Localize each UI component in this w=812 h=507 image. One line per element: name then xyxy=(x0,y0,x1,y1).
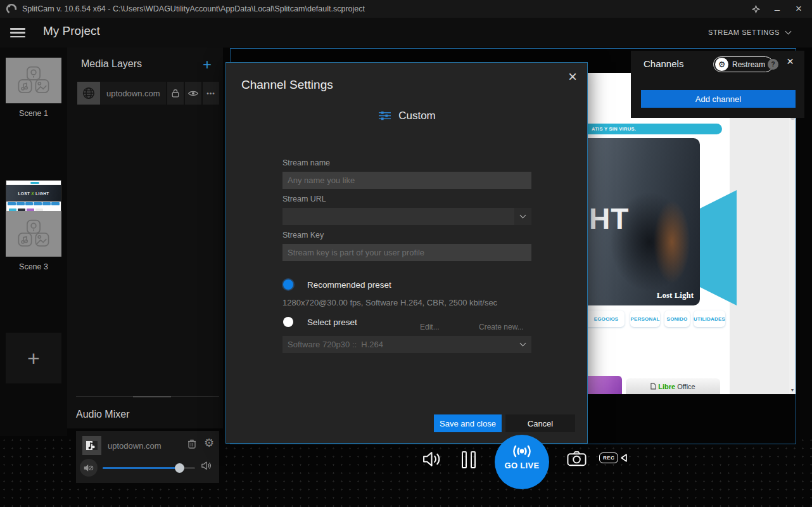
select-preset-radio[interactable] xyxy=(283,317,293,327)
stream-url-input[interactable] xyxy=(282,208,514,225)
game-caption: Lost Light xyxy=(657,290,694,300)
media-layers-title: Media Layers xyxy=(81,58,142,70)
scene-1-label: Scene 1 xyxy=(0,109,67,118)
close-channels-icon[interactable]: × xyxy=(787,55,794,68)
audio-mixer-title: Audio Mixer xyxy=(76,409,129,420)
category-pills-row: EGOCIOS PERSONAL SONIDO UTILIDADES xyxy=(588,311,730,328)
webpage-preview-layer: ATIS Y SIN VIRUS. HT Lost Light EGOCIOS … xyxy=(588,73,789,394)
app-header: My Project STREAM SETTINGS xyxy=(0,18,812,48)
app-card-purple xyxy=(588,376,622,394)
cancel-button[interactable]: Cancel xyxy=(505,414,575,432)
recommended-preset-detail: 1280x720@30.00 fps, Software H.264, CBR,… xyxy=(282,298,497,307)
mute-button[interactable] xyxy=(80,459,98,477)
document-icon xyxy=(650,383,656,390)
media-layer-row[interactable]: uptodown.com ••• xyxy=(77,82,219,105)
add-layer-button[interactable]: + xyxy=(203,56,212,74)
layer-visibility-eye-icon[interactable] xyxy=(185,82,201,105)
service-name: Custom xyxy=(398,110,436,122)
panel-divider xyxy=(76,396,219,397)
select-preset-label[interactable]: Select preset xyxy=(307,318,357,327)
stream-name-input[interactable] xyxy=(282,172,531,189)
splitcam-app: SplitCam v. 10.6.54 x64 - C:\Users\WDAGU… xyxy=(0,0,812,507)
media-layers-panel: Media Layers + uptodown.com ••• xyxy=(67,48,223,428)
close-window-icon[interactable]: × xyxy=(789,0,808,18)
create-new-preset-link[interactable]: Create new... xyxy=(479,323,524,331)
record-camera-icon xyxy=(620,454,627,462)
preset-dropdown[interactable]: Software 720p30 :: H.264 xyxy=(282,336,531,353)
category-pill: UTILIDADES xyxy=(694,311,725,327)
scene-3-label: Scene 3 xyxy=(0,262,67,271)
audio-mixer-channel: uptodown.com ⚙ xyxy=(76,431,219,483)
service-row: Custom xyxy=(226,110,588,122)
globe-icon xyxy=(77,82,100,105)
stream-settings-button[interactable]: STREAM SETTINGS xyxy=(708,29,790,36)
game-banner-text: HT xyxy=(589,202,629,236)
restream-button[interactable]: ⚙ Restream xyxy=(713,56,773,72)
category-pill: SONIDO xyxy=(664,311,690,327)
rec-label: REC xyxy=(599,452,618,463)
audio-settings-gear-icon[interactable]: ⚙ xyxy=(204,436,214,450)
delete-audio-source-icon[interactable] xyxy=(187,439,196,451)
audio-source-name: uptodown.com xyxy=(108,441,162,451)
game-card: HT Lost Light xyxy=(588,138,700,305)
stream-url-field xyxy=(282,208,531,225)
lock-layer-icon[interactable] xyxy=(167,82,184,105)
volume-handle[interactable] xyxy=(175,463,184,473)
close-modal-icon[interactable]: × xyxy=(568,68,577,86)
titlebar: SplitCam v. 10.6.54 x64 - C:\Users\WDAGU… xyxy=(0,0,812,18)
stream-settings-label: STREAM SETTINGS xyxy=(708,29,780,36)
webpage-sidebar-column xyxy=(730,73,789,394)
thumb-nav-row xyxy=(6,202,61,206)
snapshot-camera-icon[interactable] xyxy=(567,451,587,469)
stream-key-input[interactable] xyxy=(282,244,531,261)
webpage-banner: ATIS Y SIN VIRUS. xyxy=(588,124,722,134)
add-channel-button[interactable]: Add channel xyxy=(641,90,796,108)
project-title: My Project xyxy=(43,24,100,38)
hamburger-menu-icon[interactable] xyxy=(10,28,25,37)
stream-name-label: Stream name xyxy=(282,158,330,167)
recommended-preset-radio[interactable] xyxy=(283,279,293,290)
restream-gear-icon: ⚙ xyxy=(715,58,728,71)
layer-more-options-icon[interactable]: ••• xyxy=(203,82,219,105)
layer-name: uptodown.com xyxy=(100,82,166,105)
stream-url-dropdown-button[interactable] xyxy=(514,208,531,225)
scroll-down-arrow-icon: ▾ xyxy=(789,387,796,393)
custom-sliders-icon xyxy=(379,111,391,120)
scene-3-thumbnail[interactable] xyxy=(6,211,61,257)
scenes-sidebar: Scene 1 LOSTXLIGHT Scene 2 xyxy=(0,48,67,436)
speaker-icon xyxy=(201,461,212,473)
channels-title: Channels xyxy=(644,58,683,69)
lost-light-logo: X xyxy=(31,191,34,196)
minimize-icon[interactable]: – xyxy=(768,0,787,18)
add-scene-button[interactable]: + xyxy=(6,333,61,383)
volume-slider[interactable] xyxy=(103,467,195,469)
volume-fill xyxy=(103,467,180,469)
chevron-down-icon xyxy=(520,212,526,219)
audio-source-icon xyxy=(82,436,101,455)
webpage-scrollbar: ▾ xyxy=(789,73,796,394)
category-pill: PERSONAL xyxy=(630,311,660,327)
channel-settings-modal: Channel Settings × Custom Stream name St… xyxy=(225,62,588,444)
splitcam-logo-icon xyxy=(6,3,17,15)
pin-window-icon[interactable] xyxy=(746,0,765,18)
save-and-close-button[interactable]: Save and close xyxy=(434,414,502,432)
audio-monitor-speaker-icon[interactable] xyxy=(422,451,441,470)
go-live-button[interactable]: GO LIVE xyxy=(495,435,549,489)
stream-url-label: Stream URL xyxy=(282,195,326,203)
pause-icon[interactable] xyxy=(462,451,476,468)
preset-dropdown-chevron[interactable] xyxy=(514,336,531,353)
record-button[interactable]: REC xyxy=(599,452,627,463)
broadcast-icon xyxy=(511,444,533,458)
muted-speaker-icon xyxy=(84,464,94,472)
chevron-down-icon xyxy=(520,340,526,347)
thumb-browser-bar xyxy=(6,181,61,185)
help-icon[interactable]: ? xyxy=(768,59,778,70)
media-placeholder-icon xyxy=(16,66,51,95)
chevron-down-icon xyxy=(785,28,792,34)
channels-panel: Channels ⚙ Restream ? × Add channel xyxy=(631,51,804,118)
edit-preset-link[interactable]: Edit... xyxy=(420,323,440,331)
modal-title: Channel Settings xyxy=(241,78,333,92)
recommended-preset-label[interactable]: Recommended preset xyxy=(307,280,391,290)
scene-1-thumbnail[interactable] xyxy=(6,58,61,103)
go-live-label: GO LIVE xyxy=(505,461,540,470)
